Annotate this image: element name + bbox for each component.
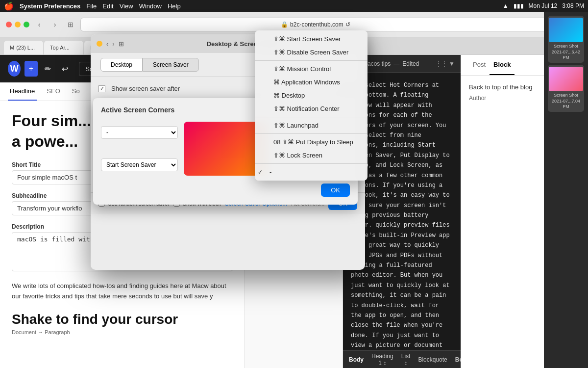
tab-m[interactable]: M (23) L... xyxy=(4,41,43,54)
dss-minimize[interactable] xyxy=(97,41,102,47)
pen-icon[interactable]: ✏ xyxy=(42,61,54,77)
screenshot-label-0: Screen Shot 2021-07...6.42 PM xyxy=(550,44,582,61)
menu-clock: Mon Jul 12 xyxy=(529,2,558,9)
text-editor-controls: ⋮⋮ ▼ xyxy=(436,60,455,67)
screenshot-card-0[interactable]: Screen Shot 2021-07...6.42 PM xyxy=(548,16,584,63)
dss-back-button[interactable]: ‹ xyxy=(106,40,108,48)
screenshot-thumb-1 xyxy=(549,67,583,91)
menu-item-label: ⇧⌘ Start Screen Saver xyxy=(273,35,341,43)
top-left-dropdown[interactable]: - xyxy=(101,126,178,139)
menu-start-screen-saver[interactable]: ⇧⌘ Start Screen Saver xyxy=(255,32,368,46)
separator-1 xyxy=(255,60,368,61)
menu-item-label: 08 ⇧⌘ Put Display to Sleep xyxy=(273,138,353,146)
separator-4 xyxy=(255,163,368,164)
checkmark-active: ✓ xyxy=(258,169,267,176)
menu-item-label: ⇧⌘ Mission Control xyxy=(273,65,331,73)
dss-forward-button[interactable]: › xyxy=(112,40,114,48)
context-menu: ⇧⌘ Start Screen Saver ⇧⌘ Disable Screen … xyxy=(255,30,368,181)
tab-top[interactable]: Top Ar... xyxy=(44,41,83,54)
screenshot-card-1[interactable]: Screen Shot 2021-07...7.04 PM xyxy=(548,65,584,112)
separator-3 xyxy=(255,133,368,134)
heading1-button[interactable]: Heading 1 ↕ xyxy=(371,353,393,367)
reload-icon: ↺ xyxy=(345,21,350,28)
menu-application-windows[interactable]: ⌘ Application Windows xyxy=(255,76,368,89)
asc-ok-button[interactable]: OK xyxy=(321,184,350,197)
back-button[interactable]: ‹ xyxy=(33,19,45,30)
post-tab[interactable]: Post xyxy=(469,55,490,75)
tab-m-icon: M xyxy=(10,45,14,51)
bottom-left-dropdown[interactable]: Start Screen Saver xyxy=(101,158,178,171)
close-button[interactable] xyxy=(6,22,12,27)
menu-desktop[interactable]: ⌘ Desktop xyxy=(255,89,368,102)
menu-file[interactable]: File xyxy=(86,2,97,10)
text-editor-title: macos tips — Edited xyxy=(363,60,419,67)
menu-item-label: ⇧⌘ Notification Center xyxy=(273,105,340,112)
menu-put-display-sleep[interactable]: 08 ⇧⌘ Put Display to Sleep xyxy=(255,135,368,149)
menu-view[interactable]: View xyxy=(120,2,133,10)
editor-body-text: We write lots of complicated how-tos and… xyxy=(12,281,233,302)
menu-battery-icon: ▮▮▮ xyxy=(514,2,524,9)
menu-item-label: ⌘ Desktop xyxy=(273,92,305,99)
menu-launchpad[interactable]: ⇧⌘ Launchpad xyxy=(255,119,368,132)
edited-label: Edited xyxy=(402,60,419,67)
show-after-checkbox[interactable]: ✓ xyxy=(98,85,105,92)
menu-wifi-icon: ▲ xyxy=(503,2,509,9)
menu-bar-right: ▲ ▮▮▮ Mon Jul 12 3:08 PM xyxy=(503,2,584,9)
menu-item-label: ⇧⌘ Launchpad xyxy=(273,122,318,129)
tab-top-label: Top Ar... xyxy=(50,45,70,51)
menu-item-label: ⌘ Application Windows xyxy=(273,79,340,86)
address-bar[interactable]: 🔒 b2c-contenthub.com ↺ xyxy=(80,18,551,31)
menu-bar: 🍎 System Preferences File Edit View Wind… xyxy=(0,0,588,12)
menu-edit[interactable]: Edit xyxy=(102,2,113,10)
menu-window[interactable]: Window xyxy=(139,2,162,10)
traffic-lights xyxy=(6,22,29,27)
menu-help[interactable]: Help xyxy=(168,2,181,10)
breadcrumb: Document → Paragraph xyxy=(12,329,233,335)
add-block-button[interactable]: + xyxy=(24,61,37,77)
wordpress-logo: W xyxy=(8,61,21,77)
dss-grid-button[interactable]: ⊞ xyxy=(119,40,124,48)
asc-footer: OK xyxy=(101,184,350,197)
body-button[interactable]: Body xyxy=(349,356,364,363)
asc-selects-left: - Start Screen Saver xyxy=(101,126,178,171)
text-editor-footer: Body Heading 1 ↕ List ↕ Blockquote Bold … xyxy=(343,350,461,368)
dss-traffic-lights xyxy=(97,41,102,47)
menu-mission-control[interactable]: ⇧⌘ Mission Control xyxy=(255,62,368,76)
dss-tab-desktop[interactable]: Desktop xyxy=(100,58,143,72)
undo-button[interactable]: ↩ xyxy=(58,61,71,77)
tab-overview-button[interactable]: ⊞ xyxy=(65,19,76,30)
tab-seo[interactable]: SEO xyxy=(45,82,62,101)
screenshot-thumb-0 xyxy=(549,18,583,42)
tab-m-label: (23) L... xyxy=(16,45,35,51)
blockquote-button[interactable]: Blockquote xyxy=(418,356,447,363)
forward-button[interactable]: › xyxy=(49,19,61,30)
menu-item-label: - xyxy=(270,168,271,176)
edited-separator: — xyxy=(393,60,399,67)
menu-notification-center[interactable]: ⇧⌘ Notification Center xyxy=(255,102,368,115)
show-after-label: Show screen saver after xyxy=(111,85,180,92)
menu-system-preferences[interactable]: System Preferences xyxy=(20,2,80,10)
bold-button[interactable]: Bold xyxy=(455,356,461,363)
screenshot-label-1: Screen Shot 2021-07...7.04 PM xyxy=(550,93,582,110)
apple-menu-icon[interactable]: 🍎 xyxy=(4,1,14,11)
list-button[interactable]: List ↕ xyxy=(401,353,411,367)
menu-disable-screen-saver[interactable]: ⇧⌘ Disable Screen Saver xyxy=(255,46,368,59)
tab-so[interactable]: So xyxy=(70,82,82,101)
menu-item-label: ⇧⌘ Lock Screen xyxy=(273,152,322,159)
screenshot-panel: Screen Shot 2021-07...6.42 PM Screen Sho… xyxy=(544,12,588,368)
menu-item-label: ⇧⌘ Disable Screen Saver xyxy=(273,49,348,56)
menu-time: 3:08 PM xyxy=(562,2,584,9)
url-text: b2c-contenthub.com xyxy=(290,21,343,28)
lock-icon: 🔒 xyxy=(281,21,288,28)
top-left-select: - xyxy=(101,126,178,139)
shake-heading: Shake to find your cursor xyxy=(12,312,233,327)
separator-2 xyxy=(255,117,368,117)
menu-lock-screen[interactable]: ⇧⌘ Lock Screen xyxy=(255,149,368,162)
menu-dash-item[interactable]: ✓ - xyxy=(255,165,368,179)
block-tab[interactable]: Block xyxy=(490,55,514,75)
maximize-button[interactable] xyxy=(24,22,29,27)
tab-headline[interactable]: Headline xyxy=(8,82,37,101)
minimize-button[interactable] xyxy=(15,22,21,27)
bottom-left-select: Start Screen Saver xyxy=(101,158,178,171)
dss-tab-screensaver[interactable]: Screen Saver xyxy=(143,58,199,72)
